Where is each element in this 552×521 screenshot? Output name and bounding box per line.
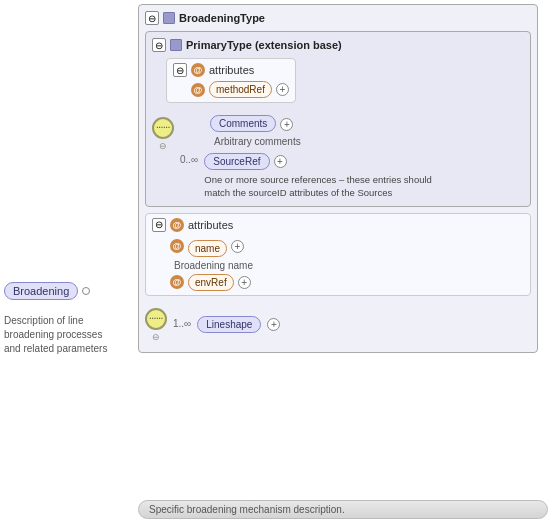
primary-attr-header: ⊖ @ attributes [173,63,289,77]
comments-row: Comments + [180,115,524,134]
primary-type-icon [170,39,182,51]
status-text: Specific broadening mechanism descriptio… [149,504,345,515]
seq-icon-1: ⋯⋯ [152,117,174,139]
broadening-pill[interactable]: Broadening [4,282,78,300]
name-pill[interactable]: name [188,240,227,257]
at-icon-envref: @ [170,275,184,289]
status-bar: Specific broadening mechanism descriptio… [138,500,548,519]
lineshape-row: ⋯⋯ ⊖ 1..∞ Lineshape + [145,304,531,346]
envref-pill[interactable]: envRef [188,274,234,291]
broadening-description: Description of line broadening processes… [4,314,114,356]
primary-type-box: ⊖ PrimaryType (extension base) ⊖ @ attri… [145,31,531,207]
broadening-attr-label: attributes [188,219,233,231]
main-container: ⊖ BroadeningType ⊖ PrimaryType (extensio… [0,0,552,521]
broadening-name-text: Broadening name [174,260,524,271]
primary-type-title: PrimaryType (extension base) [186,39,342,51]
sourceref-section: 0..∞ SourceRef + One or more source refe… [180,151,524,200]
seq-content-1: Comments + Arbitrary comments 0..∞ Sourc… [180,115,524,200]
lineshape-plus[interactable]: + [267,318,280,331]
broadening-attrs-box: ⊖ @ attributes @ name + Broadening name … [145,213,531,296]
broadening-type-title: BroadeningType [179,12,265,24]
broadening-type-header: ⊖ BroadeningType [145,11,531,25]
primary-attributes-box: ⊖ @ attributes @ methodRef + [166,58,296,103]
circle-connector [82,287,90,295]
seq-minus-2: ⊖ [152,332,160,342]
at-icon-1: @ [191,63,205,77]
seq-icon-2: ⋯⋯ [145,308,167,330]
collapse-primary-type[interactable]: ⊖ [152,38,166,52]
broadening-type-box: ⊖ BroadeningType ⊖ PrimaryType (extensio… [138,4,538,353]
seq-minus-1: ⊖ [159,141,167,151]
at-icon-method: @ [191,83,205,97]
name-plus[interactable]: + [231,240,244,253]
source-ref-pill[interactable]: SourceRef [204,153,269,170]
broadening-type-icon [163,12,175,24]
primary-attr-label: attributes [209,64,254,76]
method-ref-row: @ methodRef + [191,81,289,98]
collapse-broadening-attrs[interactable]: ⊖ [152,218,166,232]
source-ref-row: SourceRef + [204,153,434,170]
at-icon-name: @ [170,239,184,253]
comments-pill[interactable]: Comments [210,115,276,132]
comments-plus[interactable]: + [280,118,293,131]
collapse-primary-attrs[interactable]: ⊖ [173,63,187,77]
source-desc: One or more source references – these en… [204,173,434,200]
at-icon-2: @ [170,218,184,232]
method-ref-plus[interactable]: + [276,83,289,96]
collapse-broadening-type[interactable]: ⊖ [145,11,159,25]
multiplicity-label: 0..∞ [180,154,198,165]
envref-plus[interactable]: + [238,276,251,289]
broadening-label-area: Broadening [4,282,90,300]
name-row: @ name + [170,236,524,257]
lineshape-multiplicity: 1..∞ [173,318,191,329]
primary-sequence-area: ⋯⋯ ⊖ Comments + Arbitrary comments 0..∞ [152,115,524,200]
primary-type-header: ⊖ PrimaryType (extension base) [152,38,524,52]
envref-row: @ envRef + [170,274,524,291]
method-ref-pill[interactable]: methodRef [209,81,272,98]
source-ref-plus[interactable]: + [274,155,287,168]
broadening-attr-header: ⊖ @ attributes [152,218,524,232]
lineshape-pill[interactable]: Lineshape [197,316,261,333]
arbitrary-text: Arbitrary comments [184,136,524,147]
